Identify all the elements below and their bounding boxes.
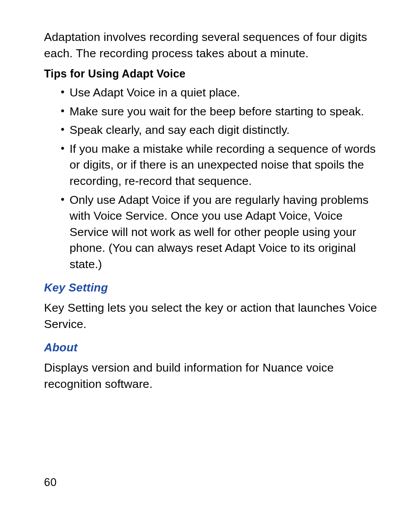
section-heading-key-setting: Key Setting [44,281,380,295]
tips-list-item: Speak clearly, and say each digit distin… [62,122,380,138]
page-number: 60 [44,476,57,489]
tips-list-item: If you make a mistake while recording a … [62,141,380,189]
section-heading-about: About [44,341,380,354]
tips-list-item: Make sure you wait for the beep before s… [62,103,380,120]
section-body-about: Displays version and build information f… [44,360,380,392]
manual-page: Adaptation involves recording several se… [0,0,420,516]
tips-list-item: Use Adapt Voice in a quiet place. [62,85,380,101]
tips-list: Use Adapt Voice in a quiet place. Make s… [44,85,380,272]
tips-list-item: Only use Adapt Voice if you are regularl… [62,192,380,273]
tips-heading: Tips for Using Adapt Voice [44,67,380,80]
intro-paragraph: Adaptation involves recording several se… [44,29,380,61]
section-body-key-setting: Key Setting lets you select the key or a… [44,300,380,332]
